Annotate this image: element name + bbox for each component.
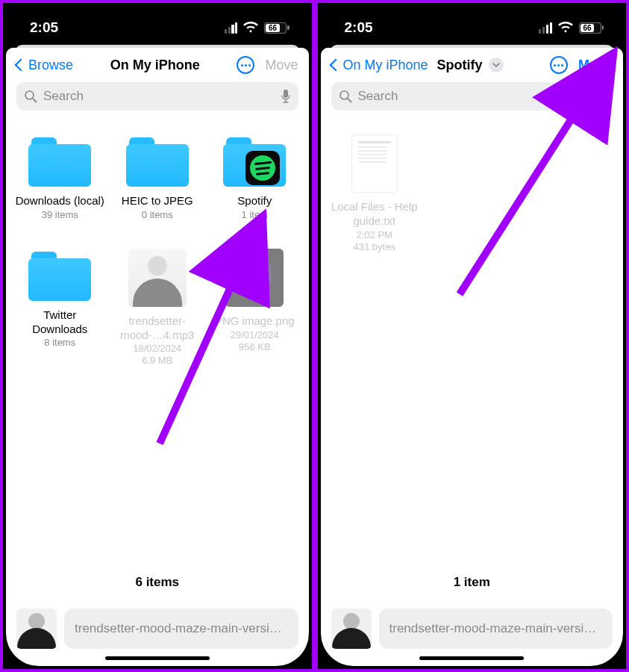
folder-twitter-downloads[interactable]: Twitter Downloads 8 items	[13, 238, 107, 380]
item-name: Local Files - Help guide.txt	[330, 200, 420, 228]
svg-line-5	[348, 99, 351, 102]
item-name: HEIC to JPEG	[122, 194, 193, 208]
item-size: 956 KB	[239, 341, 271, 352]
file-local-files-txt[interactable]: Local Files - Help guide.txt 2:02 PM 431…	[328, 124, 422, 266]
file-png-image[interactable]: PNG image.png 29/01/2024 956 KB	[208, 238, 301, 380]
folder-icon	[126, 134, 189, 187]
svg-rect-6	[598, 90, 602, 98]
item-count: 1 item	[321, 567, 624, 602]
clipboard-thumbnail[interactable]	[16, 609, 57, 649]
mic-icon[interactable]	[281, 89, 291, 104]
more-button[interactable]	[237, 56, 254, 74]
status-time: 2:05	[30, 19, 58, 36]
item-name: PNG image.png	[215, 314, 295, 329]
nav-title: On My iPhone	[110, 57, 200, 73]
clipboard-filename[interactable]: trendsetter-mood-maze-main-versi…	[64, 609, 298, 649]
item-size: 431 bytes	[354, 241, 395, 252]
folder-icon	[28, 134, 91, 187]
item-sub: 1 item	[242, 209, 268, 220]
item-date: 18/02/2024	[133, 343, 181, 354]
move-button[interactable]: Move	[578, 57, 613, 73]
mic-icon[interactable]	[595, 89, 605, 104]
wifi-icon	[558, 22, 573, 34]
more-button[interactable]	[550, 56, 568, 74]
item-sub: 0 items	[142, 209, 173, 220]
search-field[interactable]: Search	[16, 82, 298, 111]
battery-icon: 66	[579, 22, 604, 34]
folder-icon	[28, 249, 91, 301]
search-icon	[339, 90, 352, 103]
home-indicator[interactable]	[105, 656, 210, 660]
file-trendsetter-mp3[interactable]: trendsetter-mood-…4.mp3 18/02/2024 6.9 M…	[111, 238, 204, 380]
image-thumbnail	[225, 249, 284, 307]
item-sub: 8 items	[44, 337, 75, 348]
item-date: 29/01/2024	[231, 329, 279, 340]
status-bar: 2:05 66	[3, 3, 312, 48]
folder-downloads-local[interactable]: Downloads (local) 39 items	[13, 124, 107, 234]
chevron-left-icon	[15, 59, 28, 72]
spotify-app-icon	[245, 151, 280, 185]
home-indicator[interactable]	[419, 656, 524, 660]
battery-icon: 66	[264, 22, 289, 34]
search-placeholder: Search	[43, 89, 281, 104]
clipboard-filename[interactable]: trendsetter-mood-maze-main-versi…	[379, 609, 613, 649]
back-button[interactable]: Browse	[16, 57, 73, 73]
svg-point-4	[340, 91, 348, 99]
svg-point-0	[25, 91, 34, 99]
back-label: Browse	[28, 57, 73, 73]
title-dropdown-icon[interactable]	[489, 57, 504, 72]
search-placeholder: Search	[358, 89, 595, 104]
text-file-icon	[351, 134, 398, 193]
item-count: 6 items	[6, 567, 309, 602]
status-bar: 2:05 66	[318, 3, 627, 48]
left-screenshot: 2:05 66 Browse On My iPhone Move Search …	[0, 0, 315, 672]
search-field[interactable]: Search	[331, 82, 613, 111]
clipboard-thumbnail[interactable]	[331, 609, 372, 649]
item-size: 6.9 MB	[142, 355, 172, 366]
item-date: 2:02 PM	[357, 229, 392, 240]
item-sub: 39 items	[42, 209, 78, 220]
audio-thumbnail	[128, 249, 187, 307]
folder-icon	[223, 134, 286, 187]
back-button[interactable]: On My iPhone	[331, 57, 428, 73]
folder-spotify[interactable]: Spotify 1 item	[208, 124, 301, 234]
svg-rect-2	[284, 90, 288, 98]
wifi-icon	[243, 22, 258, 34]
status-time: 2:05	[345, 19, 373, 36]
svg-line-1	[33, 99, 37, 102]
move-button[interactable]: Move	[265, 57, 298, 73]
cellular-icon	[225, 22, 238, 34]
back-label: On My iPhone	[343, 57, 428, 73]
right-screenshot: 2:05 66 On My iPhone Spotify Move Search	[315, 0, 630, 672]
nav-title: Spotify	[437, 57, 483, 73]
item-name: trendsetter-mood-…4.mp3	[113, 314, 203, 343]
search-icon	[24, 90, 37, 103]
item-name: Downloads (local)	[16, 194, 104, 208]
item-name: Spotify	[237, 194, 272, 208]
chevron-left-icon	[329, 59, 342, 72]
item-name: Twitter Downloads	[15, 308, 105, 337]
folder-heic-to-jpeg[interactable]: HEIC to JPEG 0 items	[111, 124, 204, 234]
cellular-icon	[539, 22, 552, 34]
